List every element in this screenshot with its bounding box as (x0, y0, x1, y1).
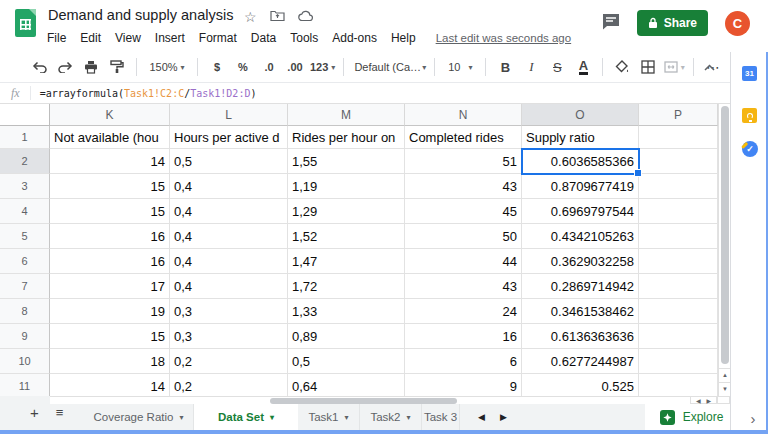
calendar-icon[interactable]: 31 (742, 66, 757, 81)
column-header-K[interactable]: K (50, 104, 170, 126)
cell-M10[interactable]: 0,5 (288, 349, 405, 374)
cell-O6[interactable]: 0.3629032258 (522, 249, 639, 274)
cell-K1[interactable]: Not available (hou (50, 126, 170, 149)
cell-N5[interactable]: 50 (405, 224, 522, 249)
menu-help[interactable]: Help (391, 31, 416, 45)
cell-L5[interactable]: 0,4 (170, 224, 288, 249)
collapse-toolbar-button[interactable] (698, 56, 720, 78)
undo-button[interactable] (28, 56, 50, 78)
merge-cells-button[interactable]: ▾ (663, 56, 685, 78)
formula-text[interactable]: =arrayformula(Task1!C2:C/Task1!D2:D) (40, 88, 257, 99)
cell-O10[interactable]: 0.6277244987 (522, 349, 639, 374)
menu-edit[interactable]: Edit (80, 31, 101, 45)
cell-P1[interactable] (639, 126, 718, 149)
cell-N3[interactable]: 43 (405, 174, 522, 199)
cell-M7[interactable]: 1,72 (288, 274, 405, 299)
more-formats-button[interactable]: 123▾ (310, 56, 335, 78)
cell-L2[interactable]: 0,5 (170, 149, 288, 174)
cell-P10[interactable] (639, 349, 718, 374)
star-icon[interactable]: ☆ (244, 9, 257, 25)
cell-N7[interactable]: 43 (405, 274, 522, 299)
cell-L10[interactable]: 0,2 (170, 349, 288, 374)
tab-scroll-left-icon[interactable]: ◀ (478, 412, 485, 422)
sheet-tab-task2[interactable]: Task2▾ (360, 404, 422, 430)
sheet-tab-coverage-ratio[interactable]: Coverage Ratio▾ (84, 404, 194, 430)
menu-file[interactable]: File (47, 31, 66, 45)
cell-K7[interactable]: 17 (50, 274, 170, 299)
scroll-right-icon[interactable]: ▶ (707, 397, 712, 404)
menu-data[interactable]: Data (251, 31, 276, 45)
tab-scroll-right-icon[interactable]: ▶ (500, 412, 507, 422)
cell-P2[interactable] (639, 149, 718, 174)
account-avatar[interactable]: C (725, 11, 750, 36)
cell-P6[interactable] (639, 249, 718, 274)
zoom-select[interactable]: 150%▾ (145, 56, 189, 78)
cell-N4[interactable]: 45 (405, 199, 522, 224)
strikethrough-button[interactable]: S (546, 56, 568, 78)
cell-P7[interactable] (639, 274, 718, 299)
format-percent-button[interactable]: % (232, 56, 254, 78)
vertical-scrollbar[interactable]: ▲ ▼ (718, 104, 730, 396)
sheet-tab-data-set[interactable]: Data Set▾ (194, 404, 298, 430)
cell-L7[interactable]: 0,4 (170, 274, 288, 299)
row-header-7[interactable]: 7 (0, 274, 50, 299)
cell-M4[interactable]: 1,29 (288, 199, 405, 224)
cell-K5[interactable]: 16 (50, 224, 170, 249)
cell-L4[interactable]: 0,4 (170, 199, 288, 224)
cell-N10[interactable]: 6 (405, 349, 522, 374)
sheet-tab-task1[interactable]: Task1▾ (298, 404, 360, 430)
all-sheets-menu-button[interactable]: ≡ (56, 405, 63, 420)
menu-add-ons[interactable]: Add-ons (332, 31, 377, 45)
cell-L6[interactable]: 0,4 (170, 249, 288, 274)
scroll-left-icon[interactable]: ◀ (696, 397, 701, 404)
menu-insert[interactable]: Insert (155, 31, 185, 45)
cell-O8[interactable]: 0.3461538462 (522, 299, 639, 324)
cell-O7[interactable]: 0.2869714942 (522, 274, 639, 299)
cell-O5[interactable]: 0.4342105263 (522, 224, 639, 249)
cell-N11[interactable]: 9 (405, 374, 522, 396)
decrease-decimal-button[interactable]: .0 (258, 56, 280, 78)
cell-L3[interactable]: 0,4 (170, 174, 288, 199)
cell-L11[interactable]: 0,2 (170, 374, 288, 396)
cell-N6[interactable]: 44 (405, 249, 522, 274)
cell-K3[interactable]: 15 (50, 174, 170, 199)
cell-M9[interactable]: 0,89 (288, 324, 405, 349)
document-title[interactable]: Demand and supply analysis (48, 7, 233, 23)
add-sheet-button[interactable]: + (30, 404, 39, 421)
increase-decimal-button[interactable]: .00 (284, 56, 306, 78)
menu-tools[interactable]: Tools (290, 31, 318, 45)
share-button[interactable]: Share (637, 10, 708, 36)
cell-K9[interactable]: 15 (50, 324, 170, 349)
explore-button[interactable]: Explore (645, 404, 738, 430)
cell-P11[interactable] (639, 374, 718, 396)
move-folder-icon[interactable] (270, 8, 285, 26)
print-button[interactable] (80, 56, 102, 78)
sheets-logo-icon[interactable] (15, 9, 36, 37)
cell-P9[interactable] (639, 324, 718, 349)
cell-M1[interactable]: Rides per hour on (288, 126, 405, 149)
menu-format[interactable]: Format (199, 31, 237, 45)
column-header-L[interactable]: L (170, 104, 288, 126)
cell-M2[interactable]: 1,55 (288, 149, 405, 174)
cell-M6[interactable]: 1,47 (288, 249, 405, 274)
row-header-4[interactable]: 4 (0, 199, 50, 224)
column-header-N[interactable]: N (405, 104, 522, 126)
row-header-2[interactable]: 2 (0, 149, 50, 174)
cell-P4[interactable] (639, 199, 718, 224)
hide-side-panel-chevron[interactable]: › (744, 406, 762, 430)
column-header-P[interactable]: P (639, 104, 718, 126)
italic-button[interactable]: I (520, 56, 542, 78)
text-color-button[interactable]: A (579, 60, 588, 75)
row-header-9[interactable]: 9 (0, 324, 50, 349)
cell-K4[interactable]: 15 (50, 199, 170, 224)
format-currency-button[interactable]: $ (206, 56, 228, 78)
row-header-10[interactable]: 10 (0, 349, 50, 374)
cell-L8[interactable]: 0,3 (170, 299, 288, 324)
cell-L9[interactable]: 0,3 (170, 324, 288, 349)
redo-button[interactable] (54, 56, 76, 78)
cell-K11[interactable]: 14 (50, 374, 170, 396)
column-header-M[interactable]: M (288, 104, 405, 126)
cell-O4[interactable]: 0.6969797544 (522, 199, 639, 224)
font-select[interactable]: Default (Ca…▾ (352, 56, 426, 78)
keep-icon[interactable] (742, 108, 757, 123)
